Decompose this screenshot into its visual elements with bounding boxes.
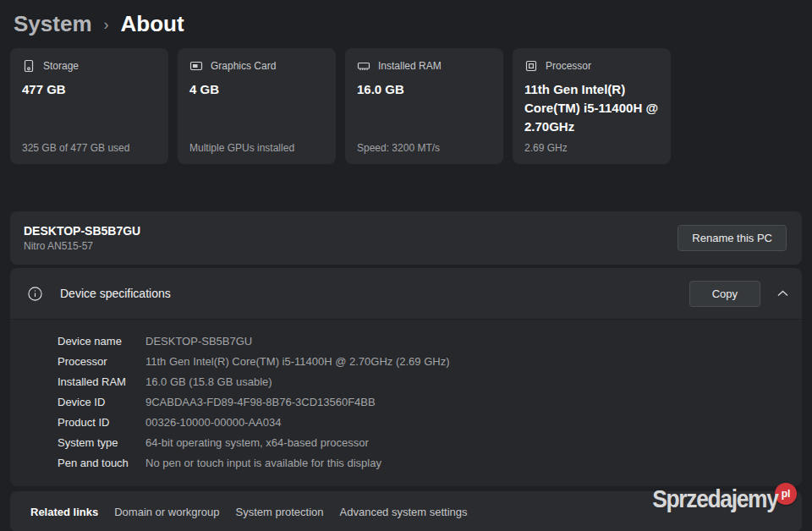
device-model: Nitro AN515-57: [24, 240, 140, 252]
device-name: DESKTOP-SB5B7GU: [24, 224, 140, 238]
spec-value: 9CABDAA3-FD89-4F98-8B76-3CD13560F4BB: [145, 396, 376, 408]
spec-label: Pen and touch: [58, 457, 145, 469]
card-caption: Multiple GPUs installed: [189, 142, 324, 154]
spec-value: 64-bit operating system, x64-based proce…: [145, 436, 369, 449]
link-system-protection[interactable]: System protection: [235, 506, 323, 518]
spec-value: 11th Gen Intel(R) Core(TM) i5-11400H @ 2…: [145, 355, 450, 368]
link-domain-or-workgroup[interactable]: Domain or workgroup: [114, 506, 219, 518]
device-specifications-section: Device specifications Copy Device name D…: [10, 268, 802, 486]
card-value: 4 GB: [189, 80, 324, 99]
summary-cards: Storage 477 GB 325 GB of 477 GB used Gra…: [10, 48, 802, 164]
page-title: About: [121, 11, 184, 37]
spec-label: Processor: [58, 355, 145, 368]
spec-row: Device ID 9CABDAA3-FD89-4F98-8B76-3CD135…: [58, 391, 788, 412]
spec-row: Processor 11th Gen Intel(R) Core(TM) i5-…: [58, 351, 788, 371]
rename-pc-button[interactable]: Rename this PC: [678, 225, 787, 251]
device-specifications-body: Device name DESKTOP-SB5B7GU Processor 11…: [10, 319, 802, 486]
spec-row: Product ID 00326-10000-00000-AA034: [58, 412, 788, 432]
card-label: Installed RAM: [378, 60, 442, 72]
chevron-right-icon: ›: [104, 14, 109, 34]
spec-label: Installed RAM: [58, 375, 145, 388]
breadcrumb: System › About: [0, 0, 812, 41]
device-specifications-header[interactable]: Device specifications Copy: [10, 268, 802, 319]
device-name-panel: DESKTOP-SB5B7GU Nitro AN515-57 Rename th…: [10, 211, 802, 265]
copy-button[interactable]: Copy: [689, 281, 760, 307]
breadcrumb-system[interactable]: System: [14, 11, 92, 37]
storage-icon: [22, 59, 36, 73]
ram-card: Installed RAM 16.0 GB Speed: 3200 MT/s: [345, 48, 503, 164]
card-label: Storage: [43, 60, 79, 72]
spec-label: Device name: [58, 335, 145, 348]
info-icon: [28, 287, 42, 301]
graphics-card-card: Graphics Card 4 GB Multiple GPUs install…: [178, 48, 336, 164]
link-advanced-system-settings[interactable]: Advanced system settings: [340, 506, 468, 518]
spec-row: System type 64-bit operating system, x64…: [58, 432, 788, 452]
spec-row: Pen and touch No pen or touch input is a…: [58, 452, 788, 473]
spec-label: Product ID: [58, 416, 145, 429]
processor-icon: [524, 59, 538, 73]
device-specifications-title: Device specifications: [60, 287, 171, 300]
card-value: 11th Gen Intel(R) Core(TM) i5-11400H @ 2…: [524, 80, 659, 135]
spec-value: DESKTOP-SB5B7GU: [145, 335, 252, 348]
card-label: Processor: [546, 60, 591, 72]
watermark-text: Sprzedajemy: [653, 482, 778, 516]
card-caption: 2.69 GHz: [524, 142, 659, 154]
spec-row: Device name DESKTOP-SB5B7GU: [58, 331, 788, 351]
card-value: 16.0 GB: [357, 80, 491, 99]
spec-value: 00326-10000-00000-AA034: [145, 416, 281, 429]
card-value: 477 GB: [22, 80, 156, 99]
related-links-title: Related links: [30, 506, 98, 518]
spec-value: No pen or touch input is available for t…: [145, 457, 381, 469]
chevron-up-icon[interactable]: [777, 290, 788, 297]
spec-label: Device ID: [58, 396, 145, 408]
watermark-logo: Sprzedajemy pl: [635, 482, 797, 516]
card-caption: Speed: 3200 MT/s: [357, 142, 491, 154]
gpu-icon: [189, 59, 203, 73]
spec-value: 16.0 GB (15.8 GB usable): [145, 375, 272, 388]
processor-card: Processor 11th Gen Intel(R) Core(TM) i5-…: [513, 48, 671, 164]
spec-label: System type: [58, 436, 145, 449]
card-label: Graphics Card: [211, 60, 276, 72]
storage-card: Storage 477 GB 325 GB of 477 GB used: [10, 48, 168, 164]
ram-icon: [357, 59, 370, 73]
card-caption: 325 GB of 477 GB used: [22, 142, 156, 154]
spec-row: Installed RAM 16.0 GB (15.8 GB usable): [58, 371, 788, 391]
